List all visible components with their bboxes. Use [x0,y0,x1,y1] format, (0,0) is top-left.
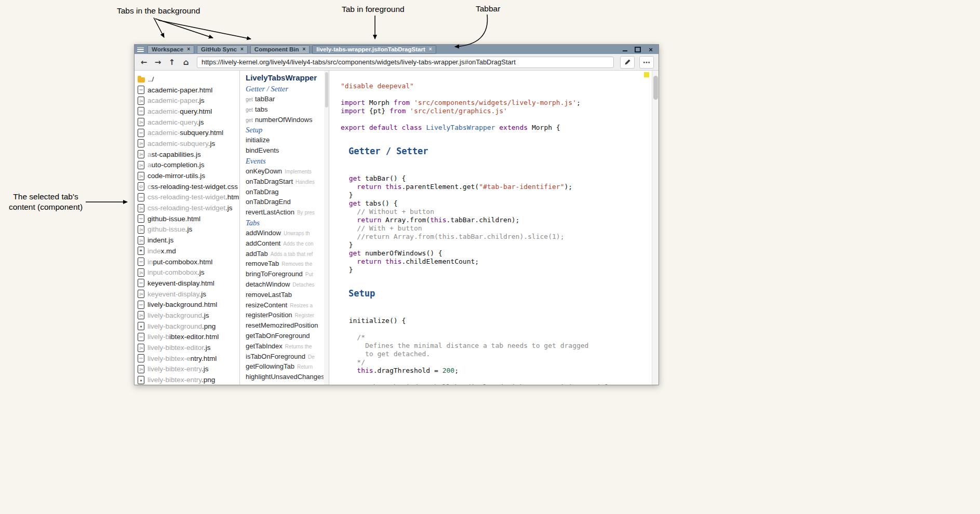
file-item[interactable]: academic-subquery.js [138,138,239,149]
home-button[interactable]: ⌂ [181,58,191,67]
code-line[interactable]: } [341,266,652,274]
file-item[interactable]: lively-bibtex-editor.js [138,342,239,353]
code-line[interactable]: import {pt} from 'src/client/graphics.js… [341,107,652,115]
outline-method-getfollowingtab[interactable]: getFollowingTabReturn [246,361,324,372]
code-line[interactable]: // Without + button [341,208,652,216]
file-item[interactable]: academic-query.js [138,117,239,128]
minimize-button[interactable] [622,46,628,52]
code-line[interactable]: // The tab window shall be displayed wit… [341,383,652,385]
code-line[interactable]: get tabBar() { [341,174,652,183]
file-item[interactable]: ast-capabilities.js [138,149,239,160]
file-item[interactable]: keyevent-display.html [138,278,239,289]
outline-method-addwindow[interactable]: addWindowUnwraps th [246,228,324,238]
code-line[interactable] [341,375,652,383]
file-item[interactable]: index.md [138,246,239,256]
outline-method-registerposition[interactable]: registerPositionRegister [246,310,324,320]
outline-method-numberofwindows[interactable]: getnumberOfWindows [246,115,324,125]
file-item[interactable]: css-reloading-test-widget.html [138,192,239,203]
outline-method-ontabdrag[interactable]: onTabDrag [246,187,324,197]
code-line[interactable] [341,166,652,174]
code-line[interactable] [341,132,652,140]
back-button[interactable]: ← [139,58,149,67]
file-item[interactable]: css-reloading-test-widget.css [138,181,239,192]
maximize-button[interactable] [635,46,641,52]
file-item[interactable]: css-reloading-test-widget.js [138,202,239,213]
outline-method-addcontent[interactable]: addContentAdds the con [246,238,324,249]
code-line[interactable]: //return Array.from(this.tabBar.children… [341,233,652,241]
file-item[interactable]: lively-bibtex-entry.png [138,374,239,385]
code-line[interactable]: "disable deepeval" [341,82,652,90]
outline-method-addtab[interactable]: addTabAdds a tab that ref [246,249,324,259]
code-line[interactable]: return this.parentElement.get("#tab-bar-… [341,183,652,191]
code-line[interactable]: get tabs() { [341,199,652,208]
file-item[interactable]: lively-background.png [138,321,239,332]
file-item[interactable]: lively-background.js [138,310,239,321]
file-item[interactable]: input-combobox.html [138,256,239,267]
outline-method-detachwindow[interactable]: detachWindowDetaches [246,279,324,290]
url-input[interactable] [197,57,614,68]
outline-scrollbar-thumb[interactable] [325,72,328,107]
editor-scrollbar[interactable] [652,71,659,385]
code-line[interactable]: return this.childElementCount; [341,258,652,266]
code-line[interactable] [341,115,652,124]
file-item[interactable]: academic-paper.html [138,85,239,96]
code-line[interactable]: // With + button [341,224,652,233]
code-line[interactable] [341,325,652,333]
file-item[interactable]: academic-subquery.html [138,127,239,138]
outline-method-gettabindex[interactable]: getTabIndexReturns the [246,341,324,351]
outline-method-resizecontent[interactable]: resizeContentResizes a [246,300,324,310]
code-line[interactable]: */ [341,358,652,367]
file-item[interactable]: github-issue.html [138,213,239,224]
editor-scrollbar-thumb[interactable] [653,76,658,100]
outline-method-bringtoforeground[interactable]: bringToForegroundPut [246,269,324,279]
outline-method-istabonforeground[interactable]: isTabOnForegroundDe [246,351,324,362]
file-item[interactable]: input-combobox.js [138,267,239,278]
outline-method-highlightunsavedchanges[interactable]: highlightUnsavedChanges [246,372,324,382]
code-line[interactable] [341,308,652,317]
file-item[interactable]: auto-completion.js [138,160,239,171]
menu-icon[interactable] [137,47,144,52]
tab-close-icon[interactable]: × [302,47,305,52]
tab-background-github-sync[interactable]: GitHub Sync× [197,45,248,54]
code-line[interactable]: import Morph from 'src/components/widget… [341,99,652,107]
code-line[interactable]: return Array.from(this.tabBar.children); [341,216,652,224]
outline-method-removelasttab[interactable]: removeLastTab [246,290,324,300]
code-line[interactable] [341,90,652,99]
file-item[interactable]: lively-bibtex-editor.html [138,332,239,343]
code-line[interactable]: Defines the minimal distance a tab needs… [341,342,652,350]
code-line[interactable]: } [341,191,652,199]
outline-method-bindevents[interactable]: bindEvents [246,145,324,156]
code-line[interactable] [341,274,652,282]
tab-close-icon[interactable]: × [187,47,190,52]
up-button[interactable]: ↑ [167,58,177,67]
tab-foreground-lively-tabs-wrapper-js-ontabdragstart[interactable]: lively-tabs-wrapper.js#onTabDragStart× [312,45,436,54]
code-line[interactable]: export default class LivelyTabsWrapper e… [341,124,652,132]
file-item[interactable]: lively-background.html [138,299,239,310]
outline-method-revertlastaction[interactable]: revertLastActionBy pres [246,207,324,218]
file-item[interactable]: github-issue.js [138,224,239,235]
tab-background-workspace[interactable]: Workspace× [147,45,194,54]
outline-method-removetab[interactable]: removeTabRemoves the [246,259,324,269]
close-button[interactable]: × [648,46,654,52]
file-item[interactable]: ../ [138,74,239,85]
code-editor[interactable]: "disable deepeval"import Morph from 'src… [329,71,652,385]
file-item[interactable]: keyevent-display.js [138,289,239,300]
file-item[interactable]: indent.js [138,235,239,246]
code-line[interactable]: /* [341,333,652,342]
forward-button[interactable]: → [153,58,163,67]
outline-method-gettabonforeground[interactable]: getTabOnForeground [246,331,324,341]
tabbar[interactable]: Workspace×GitHub Sync×Component Bin×live… [135,45,659,54]
outline-method-tabs[interactable]: gettabs [246,104,324,115]
file-item[interactable]: code-mirror-utils.js [138,170,239,181]
code-line[interactable]: this.dragThreshold = 200; [341,367,652,375]
file-item[interactable]: academic-query.html [138,106,239,117]
more-button[interactable]: ⋯ [639,56,654,69]
code-line[interactable]: } [341,241,652,249]
outline-method-tabbar[interactable]: gettabBar [246,94,324,104]
code-line[interactable]: get numberOfWindows() { [341,249,652,258]
outline-method-initialize[interactable]: initialize [246,135,324,145]
tab-background-component-bin[interactable]: Component Bin× [250,45,310,54]
outline-method-resetmemoziredposition[interactable]: resetMemoziredPosition [246,320,324,331]
code-line[interactable]: initialize() { [341,317,652,325]
file-item[interactable]: academic-paper.js [138,95,239,106]
